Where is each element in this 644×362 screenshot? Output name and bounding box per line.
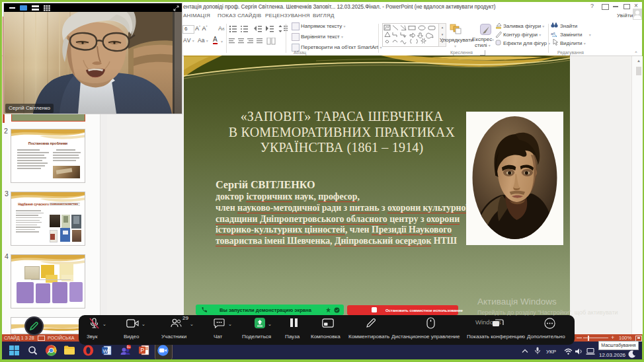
svg-text:9+: 9+	[127, 345, 131, 349]
svg-text:W: W	[103, 348, 108, 354]
svg-text:аб: аб	[551, 32, 555, 36]
svg-text:P: P	[141, 347, 145, 353]
